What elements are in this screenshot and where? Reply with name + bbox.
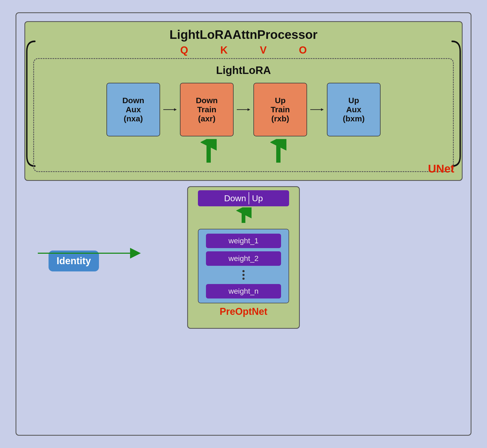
down-up-bar: Down Up: [198, 190, 289, 206]
preoptnet-label: PreOptNet: [220, 306, 267, 317]
lightlora-box: LightLoRA DownAux(nxa) DownTrain(axr): [33, 58, 454, 172]
v-label: V: [260, 44, 267, 56]
weight-1-block: weight_1: [206, 234, 281, 248]
dots: [242, 269, 245, 281]
qkvo-row: Q K V O: [33, 44, 454, 56]
weight-2-block: weight_2: [206, 251, 281, 266]
blocks-row: DownAux(nxa) DownTrain(axr): [42, 83, 445, 136]
lightlora-title: LightLoRA: [42, 64, 445, 76]
divider: [249, 192, 249, 204]
k-label: K: [220, 44, 228, 56]
dot-2: [242, 274, 245, 276]
arrow-3: [310, 106, 324, 113]
weights-container: weight_1 weight_2 weight_n: [198, 229, 289, 303]
identity-label: Identity: [57, 255, 91, 266]
o-label: O: [299, 44, 307, 56]
up-train-block: UpTrain(rxb): [253, 83, 307, 136]
identity-box: Identity: [49, 251, 99, 271]
unet-section-title: LightLoRAAttnProcessor: [33, 27, 454, 42]
up-arrows-row: [42, 139, 445, 163]
weight-n-block: weight_n: [206, 284, 281, 298]
preoptnet-container: Down Up weight_1 weight_2: [187, 186, 300, 329]
unet-label: UNet: [428, 162, 454, 175]
q-label: Q: [180, 44, 188, 56]
svg-marker-1: [174, 108, 177, 111]
down-train-block: DownTrain(axr): [180, 83, 234, 136]
down-label: Down: [224, 193, 246, 203]
up-aux-block: UpAux(bxm): [327, 83, 381, 136]
arrow-2: [237, 106, 250, 113]
svg-marker-5: [321, 108, 324, 111]
dot-1: [242, 270, 245, 272]
unet-section: LightLoRAAttnProcessor Q K V O LightLoRA…: [24, 21, 463, 181]
inner-up-arrow: [235, 207, 252, 223]
main-diagram: LightLoRAAttnProcessor Q K V O LightLoRA…: [16, 12, 471, 436]
svg-marker-3: [248, 108, 250, 111]
dot-3: [242, 278, 245, 280]
down-aux-block: DownAux(nxa): [106, 83, 160, 136]
bottom-section: Identity Down Up: [16, 181, 471, 435]
up-arrow-left: [201, 139, 217, 163]
arrow-1: [163, 106, 177, 113]
up-arrow-right: [270, 139, 286, 163]
up-label: Up: [252, 193, 263, 203]
